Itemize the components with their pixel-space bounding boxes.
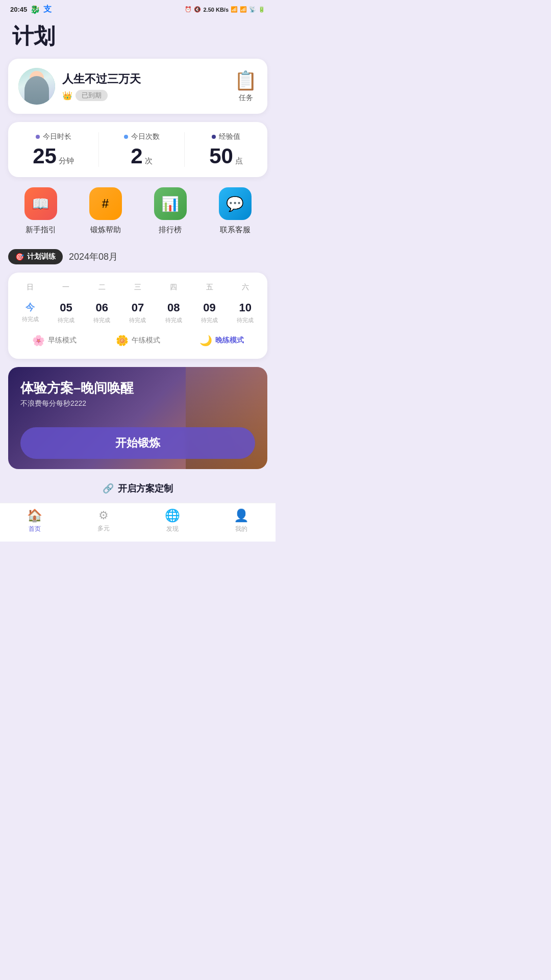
customize-link[interactable]: 🔗 开启方案定制 <box>0 477 276 503</box>
avatar <box>18 68 55 105</box>
weekday-tue: 二 <box>84 281 120 294</box>
action-help[interactable]: # 锻炼帮助 <box>89 187 122 235</box>
avatar-image <box>18 68 55 105</box>
task-icon: 📋 <box>234 70 257 91</box>
discover-icon: 🌐 <box>165 508 180 523</box>
stat-exp: 经验值 50 点 <box>209 132 243 167</box>
nav-home[interactable]: 🏠 首页 <box>19 508 50 533</box>
mode-noon[interactable]: 🌼 午练模式 <box>116 334 160 347</box>
stat-count-value: 2 <box>131 145 142 167</box>
signal-1: 📶 <box>231 6 238 13</box>
weekday-wed: 三 <box>120 281 156 294</box>
crown-icon: 👑 <box>62 91 72 101</box>
mine-label: 我的 <box>235 525 247 533</box>
weekday-sat: 六 <box>228 281 263 294</box>
cal-date-10[interactable]: 10 待完成 <box>228 298 263 327</box>
nav-mine[interactable]: 👤 我的 <box>226 508 257 533</box>
status-bar: 20:45 🐉 支 ⏰ 🔇 2.50 KB/s 📶 📶 📡 🔋 <box>0 0 276 17</box>
calendar-weekdays: 日 一 二 三 四 五 六 <box>12 281 263 294</box>
action-rank[interactable]: 📊 排行榜 <box>154 187 187 235</box>
banner-overlay: 体验方案–晚间唤醒 不浪费每分每秒2222 开始锻炼 <box>8 367 267 469</box>
expired-tag: 已到期 <box>76 90 108 101</box>
signal-2: 📶 <box>240 6 247 13</box>
cal-date-today[interactable]: 今 待完成 <box>12 298 48 327</box>
stat-duration-label: 今日时长 <box>36 132 71 141</box>
noon-label: 午练模式 <box>132 336 160 345</box>
stat-exp-value-row: 50 点 <box>209 145 243 167</box>
stat-exp-value: 50 <box>209 145 233 167</box>
calendar-grid: 日 一 二 三 四 五 六 今 待完成 05 待完成 06 待完成 07 <box>8 273 267 359</box>
alarm-icon: ⏰ <box>185 6 192 13</box>
mode-morning[interactable]: 🌸 早练模式 <box>32 334 77 347</box>
today-label: 今 <box>26 301 35 313</box>
stat-duration-value-row: 25 分钟 <box>33 145 74 167</box>
stat-exp-unit: 点 <box>235 156 243 166</box>
nav-multi[interactable]: ⚙ 多元 <box>88 509 119 533</box>
cal-date-08[interactable]: 08 待完成 <box>156 298 191 327</box>
cal-date-05[interactable]: 05 待完成 <box>48 298 84 327</box>
avatar-figure <box>24 76 49 105</box>
status-left: 20:45 🐉 支 <box>10 4 52 15</box>
cal-status-09: 待完成 <box>201 316 218 324</box>
weekday-sun: 日 <box>12 281 48 294</box>
help-icon: # <box>89 187 122 220</box>
mode-row: 🌸 早练模式 🌼 午练模式 🌙 晚练模式 <box>12 327 263 351</box>
start-exercise-button[interactable]: 开始锻炼 <box>20 427 255 459</box>
weekday-thu: 四 <box>156 281 191 294</box>
calendar-dates: 今 待完成 05 待完成 06 待完成 07 待完成 08 待完成 09 待完成 <box>12 298 263 327</box>
user-name-block: 人生不过三万天 👑 已到期 <box>62 71 141 101</box>
plan-month: 2024年08月 <box>69 251 118 263</box>
multi-label: 多元 <box>97 524 110 533</box>
user-name: 人生不过三万天 <box>62 71 141 87</box>
plan-tag-label: 计划训练 <box>27 252 56 261</box>
user-info: 人生不过三万天 👑 已到期 <box>18 68 141 105</box>
wifi-icon: 📡 <box>249 6 256 13</box>
cal-status-05: 待完成 <box>58 316 74 324</box>
plan-header: 🎯 计划训练 2024年08月 <box>8 249 267 264</box>
date-05: 05 <box>60 301 72 314</box>
cal-status-10: 待完成 <box>237 316 254 324</box>
stat-exp-label: 经验值 <box>212 132 240 141</box>
cal-status-today: 待完成 <box>22 315 39 323</box>
cal-date-07[interactable]: 07 待完成 <box>120 298 156 327</box>
dot-exp <box>212 135 216 139</box>
user-card: 人生不过三万天 👑 已到期 📋 任务 <box>8 59 267 114</box>
page-title: 计划 <box>0 17 276 59</box>
noon-icon: 🌼 <box>116 334 129 347</box>
rank-label: 排行榜 <box>159 225 182 235</box>
user-badge: 👑 已到期 <box>62 90 141 101</box>
link-icon: 🔗 <box>103 483 114 494</box>
exercise-banner: 体验方案–晚间唤醒 不浪费每分每秒2222 开始锻炼 <box>8 367 267 469</box>
evening-label: 晚练模式 <box>215 336 244 345</box>
customize-label: 开启方案定制 <box>118 482 173 495</box>
guide-icon: 📖 <box>24 187 57 220</box>
date-07: 07 <box>132 301 144 314</box>
nav-discover[interactable]: 🌐 发现 <box>157 508 188 533</box>
home-label: 首页 <box>29 525 41 533</box>
action-service[interactable]: 💬 联系客服 <box>219 187 252 235</box>
divider-2 <box>184 132 185 167</box>
service-label: 联系客服 <box>220 225 251 235</box>
evening-icon: 🌙 <box>199 334 212 347</box>
task-button[interactable]: 📋 任务 <box>234 70 257 103</box>
date-08: 08 <box>167 301 180 314</box>
divider-1 <box>98 132 99 167</box>
mode-evening[interactable]: 🌙 晚练模式 <box>199 334 244 347</box>
help-label: 锻炼帮助 <box>90 225 121 235</box>
mute-icon: 🔇 <box>194 6 201 13</box>
stat-duration-unit: 分钟 <box>59 156 74 166</box>
cal-date-06[interactable]: 06 待完成 <box>84 298 120 327</box>
plan-tag-icon: 🎯 <box>15 253 24 261</box>
stat-duration-value: 25 <box>33 145 57 167</box>
quick-actions: 📖 新手指引 # 锻炼帮助 📊 排行榜 💬 联系客服 <box>8 187 267 235</box>
app-icon-2: 支 <box>43 4 52 15</box>
stats-card: 今日时长 25 分钟 今日次数 2 次 经验值 50 点 <box>8 122 267 177</box>
stat-count: 今日次数 2 次 <box>124 132 160 167</box>
cal-status-06: 待完成 <box>93 316 110 324</box>
weekday-mon: 一 <box>48 281 84 294</box>
discover-label: 发现 <box>166 525 179 533</box>
action-guide[interactable]: 📖 新手指引 <box>24 187 57 235</box>
date-10: 10 <box>239 301 252 314</box>
app-icon-1: 🐉 <box>30 5 40 14</box>
cal-date-09[interactable]: 09 待完成 <box>191 298 227 327</box>
